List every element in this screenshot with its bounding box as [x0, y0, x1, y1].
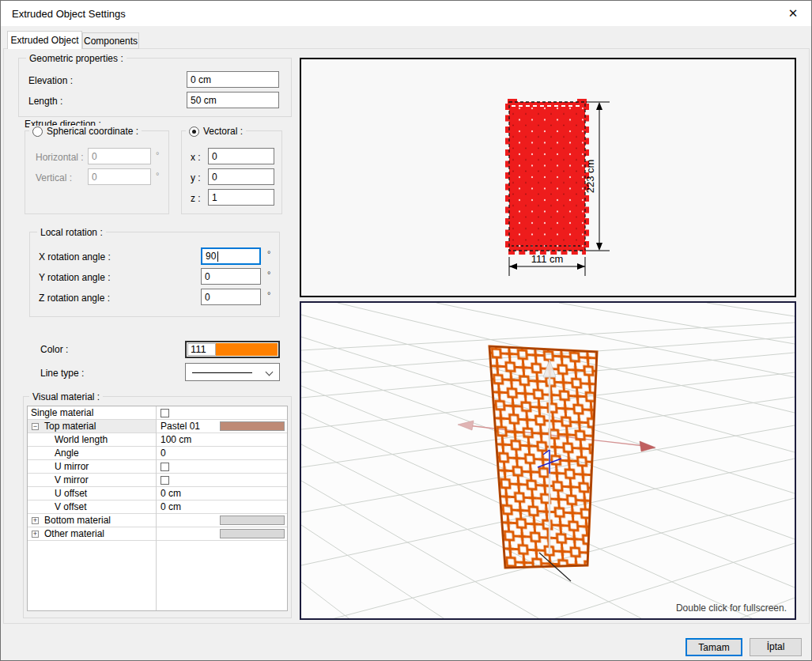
- table-row-single-material[interactable]: Single material: [28, 406, 287, 420]
- local-rotation-legend: Local rotation :: [37, 227, 106, 238]
- color-picker[interactable]: 111: [185, 341, 280, 358]
- expand-icon[interactable]: +: [32, 531, 39, 538]
- titlebar: Extruded Object Settings ✕: [1, 1, 811, 26]
- other-material-swatch: [220, 529, 285, 538]
- height-dimension-label: 223 cm: [584, 160, 596, 194]
- fullscreen-hint: Double click for fullscreen.: [676, 602, 787, 614]
- plan-object: [508, 101, 587, 252]
- z-rotation-label: Z rotation angle :: [39, 293, 110, 304]
- vectoral-legend: Vectoral :: [186, 126, 246, 137]
- tab-components-label: Components: [84, 36, 138, 47]
- visual-material-legend: Visual material :: [29, 391, 103, 402]
- x-input[interactable]: [208, 148, 274, 164]
- color-index: 111: [187, 343, 216, 356]
- table-row-v-offset[interactable]: V offset 0 cm: [28, 500, 287, 514]
- tab-extruded-object-label: Extruded Object: [10, 35, 78, 46]
- v-mirror-checkbox[interactable]: [161, 476, 169, 485]
- y-rotation-degree: °: [267, 270, 270, 279]
- spherical-coordinate-legend: Spherical coordinate :: [29, 126, 142, 137]
- table-row-angle[interactable]: Angle 0: [28, 447, 287, 460]
- y-rotation-label: Y rotation angle :: [39, 272, 111, 283]
- length-label: Length :: [28, 96, 62, 107]
- line-type-dropdown[interactable]: [185, 363, 280, 381]
- vertical-degree: °: [156, 171, 159, 180]
- horizontal-input[interactable]: [88, 148, 151, 164]
- table-row-top-material[interactable]: − Top material Pastel 01: [28, 420, 287, 433]
- z-input[interactable]: [208, 189, 274, 206]
- single-material-checkbox[interactable]: [161, 409, 169, 417]
- geometric-properties-legend: Geometric properties :: [26, 53, 127, 64]
- table-row-u-offset[interactable]: U offset 0 cm: [28, 487, 287, 500]
- y-input[interactable]: [208, 168, 274, 185]
- chevron-down-icon: [266, 368, 274, 376]
- ok-button[interactable]: Tamam: [685, 638, 742, 656]
- window-title: Extruded Object Settings: [12, 8, 126, 20]
- vertical-label: Vertical :: [36, 172, 72, 183]
- u-mirror-checkbox[interactable]: [161, 463, 169, 471]
- cancel-button[interactable]: İptal: [750, 638, 802, 656]
- x-rotation-label: X rotation angle :: [39, 251, 111, 263]
- x-rotation-degree: °: [267, 249, 270, 259]
- dialog-extruded-object-settings: Extruded Object Settings ✕ Extruded Obje…: [0, 0, 812, 661]
- vertical-input[interactable]: [88, 168, 151, 185]
- collapse-icon[interactable]: −: [32, 423, 39, 430]
- tab-extruded-object[interactable]: Extruded Object: [7, 31, 82, 49]
- z-rotation-input[interactable]: [201, 289, 261, 305]
- table-row-bottom-material[interactable]: + Bottom material: [28, 514, 287, 527]
- table-column-divider: [156, 406, 157, 610]
- expand-icon[interactable]: +: [32, 517, 39, 524]
- elevation-input[interactable]: [187, 71, 279, 88]
- table-row-u-mirror[interactable]: U mirror: [28, 460, 287, 474]
- visual-material-table: Single material − Top material Pastel 01…: [27, 406, 288, 611]
- x-label: x :: [191, 152, 201, 163]
- vectoral-radio[interactable]: [189, 127, 199, 137]
- bottom-material-swatch: [220, 516, 285, 525]
- text-caret: [217, 251, 218, 262]
- color-swatch: [216, 343, 278, 356]
- close-button[interactable]: ✕: [781, 5, 805, 22]
- table-row-v-mirror[interactable]: V mirror: [28, 474, 287, 487]
- table-row-other-material[interactable]: + Other material: [28, 527, 287, 541]
- length-input[interactable]: [187, 92, 279, 108]
- z-rotation-degree: °: [267, 290, 270, 300]
- line-type-sample: [192, 372, 252, 373]
- x-rotation-input[interactable]: [201, 247, 261, 265]
- extruded-object-3d: [489, 346, 597, 568]
- line-type-label: Line type :: [40, 368, 84, 379]
- perspective-viewport[interactable]: Double click for fullscreen.: [300, 301, 796, 620]
- horizontal-label: Horizontal :: [36, 152, 84, 163]
- y-rotation-input[interactable]: [201, 268, 261, 285]
- z-label: z :: [191, 193, 201, 204]
- spherical-radio[interactable]: [32, 127, 43, 137]
- close-icon: ✕: [788, 6, 799, 20]
- y-label: y :: [191, 172, 201, 183]
- table-row-world-length[interactable]: World length 100 cm: [28, 433, 287, 447]
- top-material-swatch: [220, 421, 285, 431]
- horizontal-degree: °: [156, 150, 159, 160]
- elevation-label: Elevation :: [28, 75, 73, 86]
- tab-components[interactable]: Components: [82, 32, 139, 49]
- width-dimension-label: 111 cm: [531, 253, 564, 265]
- color-label: Color :: [40, 344, 68, 355]
- plan-viewport: 223 cm 111 cm: [300, 58, 796, 297]
